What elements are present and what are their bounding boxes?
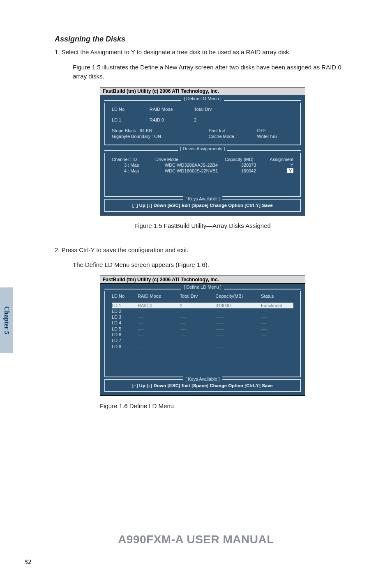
bios2-body: LD No RAID Mode Total Drv Capacity(MB) S… xyxy=(104,291,301,377)
ld-no: LD 1 xyxy=(112,303,138,308)
ld-no: LD 8 xyxy=(112,344,138,349)
ld-mode: ---- xyxy=(138,308,180,314)
bios2-title-bar: FastBuild (tm) Utility (c) 2006 ATI Tech… xyxy=(100,276,305,284)
step-1-text: 1. Select the Assignment to Y to designa… xyxy=(55,48,350,57)
chapter-tab: Chapter 5 xyxy=(0,287,13,353)
bios1-define-data-row: LD 1 RAID 0 2 xyxy=(112,117,293,122)
empty xyxy=(263,117,293,122)
drives-header-row: Channel : ID Drive Model Capacity (MB) A… xyxy=(112,157,293,162)
bios1-drives-label: [ Drives Assignments ] xyxy=(104,146,301,151)
ld-status: Functional xyxy=(261,303,293,308)
ld-cap: ------ xyxy=(216,308,261,314)
ld-row: LD 3------------------ xyxy=(112,314,293,320)
drive-channel: 4 : Mas xyxy=(112,168,165,173)
gigabyte-boundary-label: Gigabyte Boundary : ON xyxy=(112,134,209,139)
col-ldno: LD No xyxy=(112,107,150,112)
ld-drv: ---- xyxy=(180,326,216,332)
col-totaldrv: Total Drv xyxy=(194,107,228,112)
ld-mode: ---- xyxy=(138,326,180,332)
ld-drv: ---- xyxy=(180,320,216,326)
bios1-define-section: [ Define LD Menu ] LD No RAID Mode Total… xyxy=(104,98,301,145)
bios-figure-1-5: FastBuild (tm) Utility (c) 2006 ATI Tech… xyxy=(100,87,305,216)
ld-no: LD 6 xyxy=(112,332,138,338)
col-assignment: Assignment xyxy=(254,157,293,162)
bios2-keys-box: [ Keys Available ] [↑] Up [↓] Down [ESC]… xyxy=(104,379,301,392)
col-capacity: Capacity(MB) xyxy=(216,294,261,299)
ld-mode: ---- xyxy=(138,344,180,349)
col-ldno: LD No xyxy=(112,294,138,299)
ld-no: LD 3 xyxy=(112,314,138,320)
drives-rows: 3 : MasWDC WD3200AAJS-22B4320073Y4 : Mas… xyxy=(112,163,293,173)
col-raidmode: RAID Mode xyxy=(138,294,180,299)
ld-row: LD 2------------------ xyxy=(112,308,293,314)
bios2-section-label: [ Define LD Menu ] xyxy=(104,285,301,289)
bios1-define-header-row: LD No RAID Mode Total Drv xyxy=(112,107,293,112)
bios1-drives-section: [ Drives Assignments ] Channel : ID Driv… xyxy=(104,148,301,197)
ld-cap: ------ xyxy=(216,320,261,326)
empty xyxy=(228,107,263,112)
ld-status: ---- xyxy=(261,332,293,338)
section-heading: Assigning the Disks xyxy=(55,35,350,44)
ld-row: LD 4------------------ xyxy=(112,320,293,326)
ld-status: ---- xyxy=(261,338,293,343)
bios2-keys-text: [↑] Up [↓] Down [ESC] Exit [Space] Chang… xyxy=(108,383,297,388)
ld-mode: ---- xyxy=(138,338,180,343)
ld-no: LD 2 xyxy=(112,308,138,314)
bios1-define-label: [ Define LD Menu ] xyxy=(104,96,301,101)
ld-mode: ---- xyxy=(138,314,180,320)
step-2-text: 2. Press Ctrl-Y to save the configuratio… xyxy=(55,246,350,255)
drive-assign: Y xyxy=(256,168,293,173)
bios1-drives-label-text: [ Drives Assignments ] xyxy=(178,146,228,151)
drive-row: 4 : MasWDC WD1600JS-22NVB1160042Y xyxy=(112,168,293,173)
bios1-stripe-row: Stripe Block : 64 KB Past Init : OFF xyxy=(112,128,293,133)
bios1-keys-box: [ Keys Available ] [↑] Up [↓] Down [ESC]… xyxy=(104,199,301,212)
ld-drv: ---- xyxy=(180,344,216,349)
bios1-define-body: LD No RAID Mode Total Drv LD 1 RAID 0 2 … xyxy=(104,103,301,145)
col-capacity: Capacity (MB) xyxy=(214,157,254,162)
drive-capacity: 320073 xyxy=(219,163,256,168)
ld-drv: ---- xyxy=(180,338,216,343)
ld-drv: ---- xyxy=(180,332,216,338)
ld-status: ---- xyxy=(261,344,293,349)
ld-mode: RAID 0 xyxy=(138,303,180,308)
bios1-drives-body: Channel : ID Drive Model Capacity (MB) A… xyxy=(104,153,301,197)
bios-figure-1-6: FastBuild (tm) Utility (c) 2006 ATI Tech… xyxy=(100,276,305,396)
col-drive-model: Drive Model xyxy=(155,157,213,162)
ld-row: LD 5------------------ xyxy=(112,326,293,332)
bios2-section-label-text: [ Define LD Menu ] xyxy=(181,285,224,289)
chapter-tab-text: Chapter 5 xyxy=(3,306,10,335)
ld-row: LD 1RAID 02318000Functional xyxy=(112,303,293,308)
ld-cap: ------ xyxy=(216,332,261,338)
stripe-block-label: Stripe Block : 64 KB xyxy=(112,128,209,133)
ld-cap: 318000 xyxy=(216,303,261,308)
ld-mode: ---- xyxy=(138,320,180,326)
ld-cap: ------ xyxy=(216,344,261,349)
figure-1-5-caption: Figure 1.5 FastBuild Utility—Array Disks… xyxy=(55,222,350,229)
ld-no: LD 7 xyxy=(112,338,138,343)
ld-row: LD 8------------------ xyxy=(112,344,293,349)
bios1-title-bar: FastBuild (tm) Utility (c) 2006 ATI Tech… xyxy=(100,87,305,95)
bios1-keys-text: [↑] Up [↓] Down [ESC] Exit [Space] Chang… xyxy=(108,203,297,208)
ld-cap: ------ xyxy=(216,314,261,320)
ld-no: LD 5 xyxy=(112,326,138,332)
ld-drv: 2 xyxy=(180,303,216,308)
bios2-keys-label: [ Keys Available ] xyxy=(183,377,222,381)
bios1-gigabyte-row: Gigabyte Boundary : ON Cache Mode : Writ… xyxy=(112,134,293,139)
ld-status: ---- xyxy=(261,326,293,332)
bios2-rows: LD 1RAID 02318000FunctionalLD 2---------… xyxy=(105,303,300,353)
val-raidmode: RAID 0 xyxy=(150,117,194,122)
figure-1-6-caption: Figure 1.6 Define LD Menu xyxy=(100,402,350,409)
ld-status: ---- xyxy=(261,308,293,314)
ld-status: ---- xyxy=(261,320,293,326)
ld-row: LD 6------------------ xyxy=(112,332,293,338)
val-ldno: LD 1 xyxy=(112,117,150,122)
drive-row: 3 : MasWDC WD3200AAJS-22B4320073Y xyxy=(112,163,293,168)
ld-cap: ------ xyxy=(216,338,261,343)
bios2-header-row: LD No RAID Mode Total Drv Capacity(MB) S… xyxy=(105,291,300,303)
drive-model: WDC WD1600JS-22NVB1 xyxy=(165,168,219,173)
drive-assign-highlighted: Y xyxy=(287,168,293,173)
val-totaldrv: 2 xyxy=(194,117,228,122)
step-2-detail: The Define LD Menu screen appears (Figur… xyxy=(73,260,350,270)
ld-cap: ------ xyxy=(216,326,261,332)
manual-title-footer: A990FXM-A USER MANUAL xyxy=(0,533,392,546)
